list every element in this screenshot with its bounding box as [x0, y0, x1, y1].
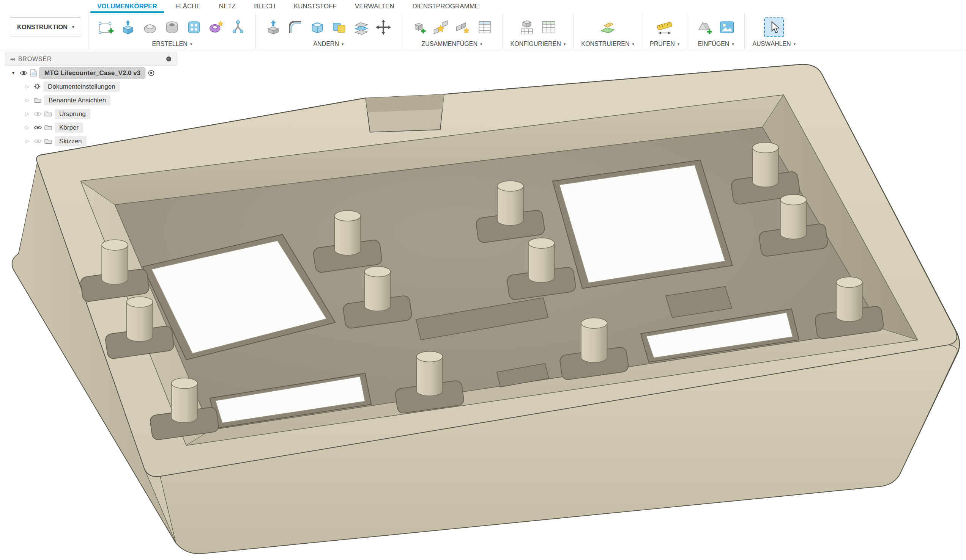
toolbar-group-einfuegen: EINFÜGEN▾: [687, 13, 744, 50]
move-icon[interactable]: [373, 18, 393, 37]
chevron-down-icon: ▾: [342, 42, 344, 47]
collapse-browser-icon[interactable]: ◀◀: [10, 57, 15, 61]
visibility-eye-off-icon[interactable]: [34, 138, 42, 144]
browser-options-icon[interactable]: [166, 56, 172, 62]
folder-icon: [44, 138, 52, 144]
tab-verwalten[interactable]: VERWALTEN: [346, 0, 404, 13]
tab-blech[interactable]: BLECH: [245, 0, 285, 13]
new-component-icon[interactable]: [409, 18, 429, 37]
tree-item-benannte-ansichten[interactable]: ▷ Benannte Ansichten: [5, 93, 176, 107]
hole-icon[interactable]: [162, 18, 182, 37]
expand-triangle-icon[interactable]: ▷: [23, 97, 31, 103]
component-document-icon: [30, 69, 37, 77]
offset-face-icon[interactable]: [352, 18, 371, 37]
tree-item-koerper[interactable]: ▷ Körper: [5, 121, 176, 134]
chevron-down-icon: ▾: [564, 42, 566, 47]
gear-icon: [34, 83, 41, 90]
folder-icon: [34, 97, 41, 103]
press-pull-icon[interactable]: [263, 18, 283, 37]
workspace-tabs: VOLUMENKÖRPER FLÄCHE NETZ BLECH KUNSTSTO…: [0, 0, 966, 13]
tree-item-label[interactable]: Dokumenteinstellungen: [43, 82, 120, 92]
expand-triangle-icon[interactable]: ▷: [23, 84, 31, 89]
create-form-icon[interactable]: [206, 18, 226, 37]
expand-triangle-icon[interactable]: ▷: [23, 138, 31, 144]
root-component-label[interactable]: MTG Lifecounter_Case_V2.0 v3: [39, 67, 145, 79]
revolve-icon[interactable]: [140, 18, 160, 37]
visibility-eye-off-icon[interactable]: [34, 111, 42, 117]
configuration-table-icon[interactable]: [539, 18, 559, 37]
as-built-joint-icon[interactable]: [453, 18, 473, 37]
configuration-icon[interactable]: [517, 18, 537, 37]
tree-item-label[interactable]: Benannte Ansichten: [44, 95, 110, 105]
konstruieren-dropdown[interactable]: KONSTRUIEREN▾: [581, 39, 634, 47]
insert-mesh-icon[interactable]: [695, 18, 715, 37]
browser-panel: ◀◀ BROWSER ▾ MTG Lifecounter_Case_V2.0 v…: [5, 52, 176, 148]
chevron-down-icon: ▾: [677, 42, 680, 47]
zusammenfuegen-dropdown[interactable]: ZUSAMMENFÜGEN▾: [421, 39, 482, 47]
toolbar-group-zusammenfuegen: ZUSAMMENFÜGEN▾: [401, 13, 502, 50]
cutout-right: [553, 160, 733, 288]
visibility-eye-icon[interactable]: [34, 125, 42, 131]
tab-flaeche[interactable]: FLÄCHE: [166, 0, 210, 13]
chevron-down-icon: ▾: [632, 42, 634, 47]
toolbar-group-konfigurieren: KONFIGURIEREN▾: [502, 13, 573, 50]
select-tool-icon[interactable]: [764, 18, 784, 37]
expand-triangle-icon[interactable]: ▾: [10, 70, 17, 75]
auswaehlen-dropdown[interactable]: AUSWÄHLEN▾: [752, 39, 795, 47]
insert-canvas-image-icon[interactable]: [717, 18, 737, 37]
chevron-down-icon: ▾: [732, 42, 734, 47]
workspace-selector-button[interactable]: KONSTRUKTION ▾: [10, 18, 81, 36]
browser-title: BROWSER: [18, 56, 162, 62]
expand-triangle-icon[interactable]: ▷: [23, 111, 31, 116]
pattern-icon[interactable]: [184, 18, 204, 37]
tree-item-label[interactable]: Ursprung: [55, 109, 90, 119]
erstellen-dropdown[interactable]: ERSTELLEN▾: [152, 39, 192, 47]
viewport[interactable]: ◀◀ BROWSER ▾ MTG Lifecounter_Case_V2.0 v…: [0, 50, 966, 560]
tab-netz[interactable]: NETZ: [210, 0, 245, 13]
folder-icon: [44, 111, 52, 117]
chevron-down-icon: ▾: [190, 42, 192, 47]
konfigurieren-dropdown[interactable]: KONFIGURIEREN▾: [510, 39, 565, 47]
chevron-down-icon: ▾: [72, 25, 74, 29]
expand-triangle-icon[interactable]: ▷: [23, 125, 31, 130]
toolbar: VOLUMENKÖRPER FLÄCHE NETZ BLECH KUNSTSTO…: [0, 0, 966, 50]
combine-icon[interactable]: [329, 18, 349, 37]
tree-item-root[interactable]: ▾ MTG Lifecounter_Case_V2.0 v3: [5, 66, 176, 80]
create-sketch-icon[interactable]: [96, 18, 116, 37]
tree-item-skizzen[interactable]: ▷ Skizzen: [5, 134, 176, 148]
derive-icon[interactable]: [228, 18, 248, 37]
bom-table-icon[interactable]: [475, 18, 495, 37]
toolbar-group-erstellen: ERSTELLEN▾: [88, 13, 255, 50]
tree-item-dokumenteinstellungen[interactable]: ▷ Dokumenteinstellungen: [5, 80, 176, 93]
chevron-down-icon: ▾: [480, 42, 483, 47]
tree-item-label[interactable]: Körper: [55, 123, 83, 133]
joint-icon[interactable]: [431, 18, 450, 37]
construction-plane-icon[interactable]: [598, 18, 618, 37]
tab-dienstprogramme[interactable]: DIENSTPROGRAMME: [404, 0, 488, 13]
toolbar-group-auswaehlen: AUSWÄHLEN▾: [744, 13, 803, 50]
extrude-icon[interactable]: [118, 18, 138, 37]
browser-header: ◀◀ BROWSER: [5, 52, 176, 66]
tree-item-label[interactable]: Skizzen: [55, 136, 87, 146]
fillet-icon[interactable]: [286, 18, 305, 37]
tab-kunststoff[interactable]: KUNSTSTOFF: [285, 0, 346, 13]
shell-icon[interactable]: [307, 18, 327, 37]
tab-volumenkoerper[interactable]: VOLUMENKÖRPER: [88, 0, 166, 13]
einfuegen-dropdown[interactable]: EINFÜGEN▾: [698, 39, 734, 47]
visibility-eye-icon[interactable]: [20, 70, 28, 76]
component-activate-radio[interactable]: [148, 70, 154, 76]
pruefen-dropdown[interactable]: PRÜFEN▾: [650, 39, 679, 47]
measure-icon[interactable]: [655, 18, 675, 37]
folder-icon: [44, 125, 52, 131]
toolbar-group-aendern: ÄNDERN▾: [255, 13, 401, 50]
rim-notch-back-face: [366, 94, 444, 112]
aendern-dropdown[interactable]: ÄNDERN▾: [313, 39, 343, 47]
toolbar-group-konstruieren: KONSTRUIEREN▾: [573, 13, 642, 50]
toolbar-group-pruefen: PRÜFEN▾: [642, 13, 687, 50]
chevron-down-icon: ▾: [794, 42, 796, 47]
tree-item-ursprung[interactable]: ▷ Ursprung: [5, 107, 176, 121]
